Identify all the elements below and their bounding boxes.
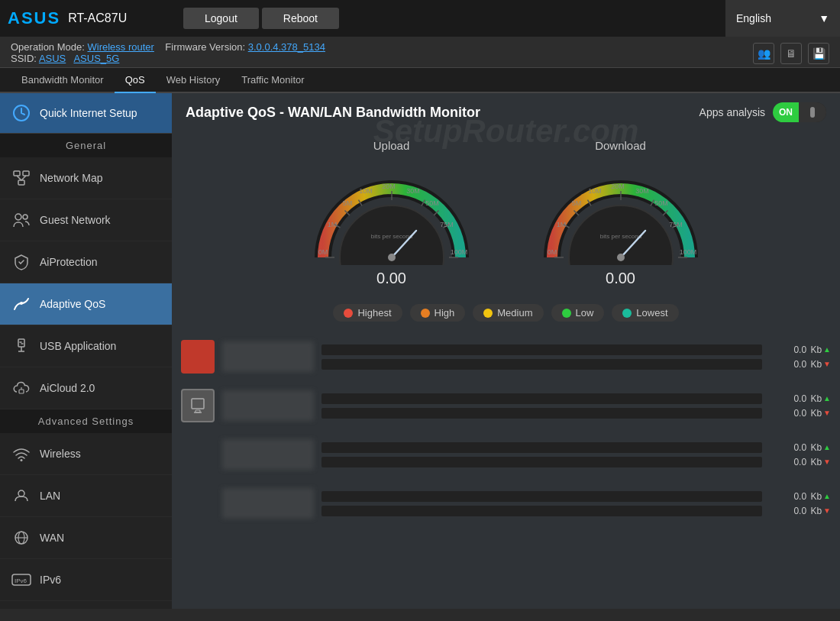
legend-highest[interactable]: Highest — [333, 304, 402, 322]
qos-title-bar: Adaptive QoS - WAN/LAN Bandwidth Monitor… — [172, 93, 840, 131]
sidebar-item-lan[interactable]: LAN — [0, 475, 172, 517]
tab-web-history[interactable]: Web History — [156, 68, 231, 93]
sidebar-item-network-map[interactable]: Network Map — [0, 157, 172, 199]
upload-stat: 0.0 Kb ▲ — [770, 344, 831, 355]
svg-text:bits per second: bits per second — [599, 233, 641, 240]
legend-high[interactable]: High — [410, 304, 466, 322]
traffic-icon-empty3 — [181, 438, 215, 471]
legend-lowest[interactable]: Lowest — [612, 304, 678, 322]
infobar-icons: 👥 🖥 💾 — [753, 41, 829, 64]
topbar: ASUS RT-AC87U Logout Reboot English ▼ — [0, 0, 840, 37]
apps-analysis-toggle[interactable]: ON — [773, 102, 826, 122]
download-stat-value4: 0.0 — [793, 506, 806, 516]
svg-text:100M: 100M — [450, 248, 467, 256]
ssid-label: SSID: — [11, 53, 37, 64]
download-stat-unit: Kb — [808, 359, 822, 370]
traffic-icon-device — [181, 389, 215, 422]
high-label: High — [435, 307, 455, 319]
users-icon[interactable]: 👥 — [753, 43, 774, 64]
traffic-bar-download2 — [321, 408, 762, 419]
gauges-row: Upload — [172, 131, 840, 299]
operation-mode-line: Operation Mode: Wireless router Firmware… — [11, 41, 325, 53]
chevron-down-icon: ▼ — [819, 12, 829, 24]
sidebar-item-wan[interactable]: WAN — [0, 517, 172, 559]
svg-rect-1 — [14, 171, 20, 176]
medium-dot — [483, 309, 493, 318]
traffic-bars4 — [321, 491, 762, 516]
low-label: Low — [576, 307, 594, 319]
traffic-bars3 — [321, 442, 762, 467]
operation-mode-value[interactable]: Wireless router — [87, 41, 153, 53]
upload-value: 0.00 — [376, 270, 406, 287]
legend-low[interactable]: Low — [551, 304, 605, 322]
download-stat-unit2: Kb — [808, 408, 822, 419]
download-label: Download — [595, 139, 646, 152]
download-arrow-icon: ▼ — [823, 360, 831, 368]
svg-point-10 — [20, 302, 23, 305]
monitor-icon[interactable]: 🖥 — [780, 43, 802, 64]
traffic-bar-download-fill2 — [321, 408, 762, 419]
quick-setup-icon — [11, 102, 32, 124]
svg-text:100M: 100M — [679, 248, 696, 256]
quick-setup-label: Quick Internet Setup — [40, 107, 137, 119]
save-icon[interactable]: 💾 — [808, 43, 829, 64]
sidebar-item-wireless[interactable]: Wireless — [0, 433, 172, 475]
guest-network-icon — [11, 209, 32, 231]
download-stat-unit3: Kb — [808, 457, 822, 467]
sidebar-item-aiprotection[interactable]: AiProtection — [0, 241, 172, 283]
ssid-value1[interactable]: ASUS — [39, 53, 66, 64]
upload-stat-value2: 0.0 — [793, 393, 806, 404]
sidebar-item-usb-application[interactable]: USB Application — [0, 325, 172, 367]
upload-stat-value3: 0.0 — [793, 442, 806, 453]
upload-arrow-icon3: ▲ — [823, 443, 831, 451]
ssid-value2[interactable]: ASUS_5G — [73, 53, 119, 64]
upload-stat2: 0.0 Kb ▲ — [770, 393, 831, 404]
svg-text:0M: 0M — [318, 248, 328, 256]
svg-text:0M: 0M — [547, 248, 557, 256]
highest-dot — [344, 309, 353, 318]
traffic-bar-download3 — [321, 457, 762, 467]
language-selector[interactable]: English ▼ — [725, 0, 840, 37]
traffic-row: 0.0 Kb ▲ 0.0 Kb ▼ — [181, 384, 831, 427]
upload-label: Upload — [373, 139, 410, 152]
upload-stat-unit4: Kb — [808, 491, 822, 502]
svg-text:10M: 10M — [588, 187, 602, 195]
tab-qos[interactable]: QoS — [115, 68, 156, 93]
traffic-row: 0.0 Kb ▲ 0.0 Kb ▼ — [181, 433, 831, 476]
svg-text:1M: 1M — [556, 221, 566, 228]
svg-text:75M: 75M — [440, 221, 454, 228]
logout-button[interactable]: Logout — [183, 8, 259, 29]
svg-point-44 — [388, 254, 396, 261]
svg-point-7 — [23, 215, 27, 219]
sidebar-item-ipv6[interactable]: IPv6 IPv6 — [0, 559, 172, 601]
svg-text:5M: 5M — [342, 199, 352, 207]
svg-text:75M: 75M — [669, 221, 683, 228]
aicloud-label: AiCloud 2.0 — [40, 382, 95, 394]
qos-title: Adaptive QoS - WAN/LAN Bandwidth Monitor — [186, 105, 480, 121]
adaptive-qos-icon — [11, 293, 32, 315]
ssid-line: SSID: ASUS ASUS_5G — [11, 53, 325, 64]
traffic-icon-red — [181, 340, 215, 374]
traffic-bar-upload-fill3 — [321, 442, 762, 453]
operation-mode-label: Operation Mode: — [11, 41, 85, 53]
apps-analysis: Apps analysis ON — [699, 102, 826, 122]
guest-network-label: Guest Network — [40, 214, 111, 226]
reboot-button[interactable]: Reboot — [262, 8, 339, 29]
language-label: English — [736, 12, 771, 24]
legend-medium[interactable]: Medium — [473, 304, 543, 322]
sidebar-item-guest-network[interactable]: Guest Network — [0, 199, 172, 241]
tab-traffic-monitor[interactable]: Traffic Monitor — [231, 68, 315, 93]
logo-area: ASUS RT-AC87U — [0, 0, 176, 37]
tab-bandwidth-monitor[interactable]: Bandwidth Monitor — [11, 68, 115, 93]
sidebar-item-quick-setup[interactable]: Quick Internet Setup — [0, 93, 172, 134]
download-stat-value2: 0.0 — [793, 408, 806, 419]
download-arrow-icon2: ▼ — [823, 409, 831, 417]
sidebar-item-adaptive-qos[interactable]: Adaptive QoS — [0, 283, 172, 325]
firmware-value[interactable]: 3.0.0.4.378_5134 — [248, 41, 325, 53]
traffic-bar-upload4 — [321, 491, 762, 502]
traffic-name-blurred4 — [222, 488, 314, 519]
sidebar-item-aicloud[interactable]: AiCloud 2.0 — [0, 367, 172, 409]
download-stat-unit4: Kb — [808, 506, 822, 516]
download-stat-value3: 0.0 — [793, 457, 806, 467]
svg-line-5 — [21, 176, 26, 180]
